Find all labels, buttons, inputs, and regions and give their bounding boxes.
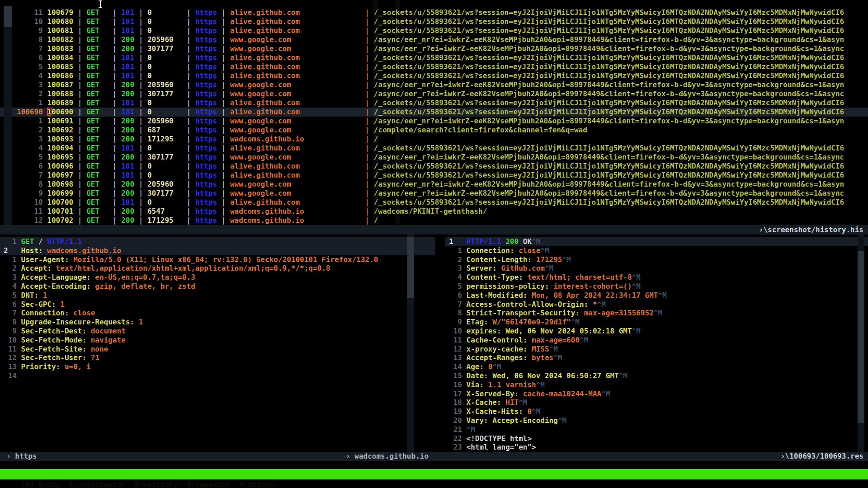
mouse-cursor-icon xyxy=(97,0,104,11)
response-file-label: ›\100693/100693.res xyxy=(781,452,863,461)
response-line[interactable]: 21 ^M xyxy=(445,425,868,434)
response-line[interactable]: 4 Content-Type: text/html; charset=utf-8… xyxy=(445,273,868,282)
tmux-window-2[interactable]: 2:vhistory* xyxy=(134,480,182,488)
tmux-window-3[interactable]: 3:repeater xyxy=(187,480,230,488)
request-line[interactable]: 9 Sec-Fetch-Dest: document xyxy=(0,327,435,336)
response-line[interactable]: 18 X-Cache: HIT^M xyxy=(445,398,868,407)
response-line[interactable]: 5 permissions-policy: interest-cohort=()… xyxy=(445,282,868,291)
request-line[interactable]: 7 Connection: close xyxy=(0,309,435,318)
response-line[interactable]: 23 <html lang="en"> xyxy=(445,443,868,452)
response-line[interactable]: 17 X-Served-By: cache-maa10244-MAA^M xyxy=(445,389,868,399)
history-row[interactable]: 2 100688 | GET | 200 | 307177 | https | … xyxy=(0,89,868,99)
request-line[interactable]: 6 Sec-GPC: 1 xyxy=(0,300,435,309)
response-line[interactable]: 11 Cache-Control: max-age=600^M xyxy=(445,336,868,345)
request-line[interactable]: 4 Accept-Encoding: gzip, deflate, br, zs… xyxy=(0,282,435,291)
history-scrollbar[interactable] xyxy=(4,6,12,225)
response-line[interactable]: 8 Strict-Transport-Security: max-age=315… xyxy=(445,309,868,318)
response-pane: 1 HTTP/1.1 200 OK^M 1 Connection: close^… xyxy=(445,235,868,452)
request-line[interactable]: 13 Priority: u=0, i xyxy=(0,362,435,371)
response-line[interactable]: 10 expires: Wed, 06 Nov 2024 05:02:18 GM… xyxy=(445,327,868,336)
response-line[interactable]: 9 ETag: W/"661470e9-29d1f"^M xyxy=(445,318,868,327)
history-file-label: ›\screenshot/history.his xyxy=(759,225,863,235)
request-line[interactable]: 11 Sec-Fetch-Site: none xyxy=(0,345,435,354)
tmux-window-4[interactable]: 4:addons- xyxy=(239,480,278,488)
request-line[interactable]: 14 xyxy=(0,371,435,380)
tmux-window-1[interactable]: 1:interceptor xyxy=(69,480,126,488)
history-row[interactable]: 11 100679 | GET | 101 | 0 | https | aliv… xyxy=(0,8,868,17)
terminal-screen: 11 100679 | GET | 101 | 0 | https | aliv… xyxy=(0,0,868,488)
history-row[interactable]: 4 100694 | GET | 101 | 0 | https | alive… xyxy=(0,144,868,153)
response-line[interactable]: 16 Via: 1.1 varnish^M xyxy=(445,380,868,389)
response-line[interactable]: 22 <!DOCTYPE html> xyxy=(445,434,868,443)
history-row[interactable]: 4 100686 | GET | 101 | 0 | https | alive… xyxy=(0,71,868,80)
response-line[interactable]: 7 Access-Control-Allow-Origin: *^M xyxy=(445,300,868,309)
host-status-label: › wadcoms.github.io xyxy=(346,452,429,461)
response-line[interactable]: 2 Content-Length: 171295^M xyxy=(445,255,868,264)
history-pane: 11 100679 | GET | 101 | 0 | https | aliv… xyxy=(0,0,868,225)
request-line[interactable]: 2 Host: wadcoms.github.io xyxy=(0,246,435,255)
history-row[interactable]: 8 100682 | GET | 200 | 205960 | https | … xyxy=(0,35,868,44)
request-scrollbar-thumb[interactable] xyxy=(407,237,414,298)
request-line[interactable]: 10 Sec-Fetch-Mode: navigate xyxy=(0,336,435,345)
scheme-status-label: › https xyxy=(6,452,37,461)
history-row[interactable]: 11 100701 | GET | 200 | 6547 | https | w… xyxy=(0,207,868,216)
history-row[interactable]: 2 100692 | GET | 200 | 687 | https | www… xyxy=(0,126,868,135)
history-row[interactable]: 3 100693 | GET | 200 | 171295 | https | … xyxy=(0,135,868,144)
response-line[interactable]: 14 Age: 0^M xyxy=(445,362,868,371)
tmux-window-list: [0] 0:zxy 1:interceptor 2:vhistory* 3:re… xyxy=(18,480,278,488)
response-scrollbar-thumb[interactable] xyxy=(858,251,864,423)
divider-band xyxy=(373,0,378,225)
tmux-session-name: [0] xyxy=(21,480,34,488)
history-row[interactable]: 100690 100690 | GET | 101 | 0 | https | … xyxy=(0,108,868,117)
request-line[interactable]: 2 Accept: text/html,application/xhtml+xm… xyxy=(0,264,435,273)
bottom-statusbar: › https › wadcoms.github.io ›\100693/100… xyxy=(0,452,868,461)
response-line[interactable]: 13 Accept-Ranges: bytes^M xyxy=(445,353,868,362)
history-row[interactable]: 5 100685 | GET | 101 | 0 | https | alive… xyxy=(0,62,868,71)
request-line[interactable]: 3 Accept-Language: en-US,en;q=0.7,ta;q=0… xyxy=(0,273,435,282)
response-line[interactable]: 19 X-Cache-Hits: 0^M xyxy=(445,407,868,416)
history-row[interactable]: 6 100684 | GET | 101 | 0 | https | alive… xyxy=(0,53,868,62)
history-row[interactable]: 9 100681 | GET | 101 | 0 | https | alive… xyxy=(0,26,868,35)
request-line[interactable]: 1 GET / HTTP/1.1 xyxy=(0,237,435,246)
response-line[interactable]: 12 x-proxy-cache: MISS^M xyxy=(445,345,868,354)
request-line[interactable]: 1 User-Agent: Mozilla/5.0 (X11; Linux x8… xyxy=(0,255,435,264)
request-line[interactable]: 5 DNT: 1 xyxy=(0,291,435,300)
divider-band xyxy=(395,0,400,225)
history-row[interactable]: 7 100683 | GET | 200 | 307177 | https | … xyxy=(0,44,868,53)
history-scrollbar-thumb[interactable] xyxy=(4,6,12,27)
tmux-window-0[interactable]: 0:zxy xyxy=(38,480,60,488)
history-row[interactable]: 6 100696 | GET | 101 | 0 | https | alive… xyxy=(0,162,868,171)
response-line[interactable]: 1 Connection: close^M xyxy=(445,246,868,255)
history-row[interactable]: 5 100695 | GET | 200 | 307177 | https | … xyxy=(0,153,868,162)
response-line[interactable]: 20 Vary: Accept-Encoding^M xyxy=(445,416,868,425)
response-line[interactable]: 1 HTTP/1.1 200 OK^M xyxy=(445,237,868,246)
tmux-statusbar: [0] 0:zxy 1:interceptor 2:vhistory* 3:re… xyxy=(0,469,868,479)
history-row[interactable]: 10 100700 | GET | 101 | 0 | https | aliv… xyxy=(0,198,868,207)
history-row[interactable]: 3 100687 | GET | 200 | 205960 | https | … xyxy=(0,80,868,89)
response-line[interactable]: 6 Last-Modified: Mon, 08 Apr 2024 22:34:… xyxy=(445,291,868,300)
request-pane: 1 GET / HTTP/1.12 Host: wadcoms.github.i… xyxy=(0,235,435,452)
history-row[interactable]: 10 100680 | GET | 101 | 0 | https | aliv… xyxy=(0,17,868,26)
history-statusbar: ›\screenshot/history.his xyxy=(0,225,868,235)
response-line[interactable]: 15 Date: Wed, 06 Nov 2024 06:50:27 GMT^M xyxy=(445,371,868,380)
history-row[interactable]: 9 100699 | GET | 200 | 307177 | https | … xyxy=(0,189,868,198)
history-row[interactable]: 1 100689 | GET | 101 | 0 | https | alive… xyxy=(0,99,868,108)
history-row[interactable]: 8 100698 | GET | 200 | 205960 | https | … xyxy=(0,180,868,189)
history-row[interactable]: 1 100691 | GET | 200 | 205960 | https | … xyxy=(0,117,868,126)
request-line[interactable]: 8 Upgrade-Insecure-Requests: 1 xyxy=(0,318,435,327)
history-row[interactable]: 7 100697 | GET | 101 | 0 | https | alive… xyxy=(0,171,868,180)
history-row[interactable]: 12 100702 | GET | 200 | 171295 | https |… xyxy=(0,216,868,225)
request-line[interactable]: 12 Sec-Fetch-User: ?1 xyxy=(0,353,435,362)
response-line[interactable]: 3 Server: GitHub.com^M xyxy=(445,264,868,273)
